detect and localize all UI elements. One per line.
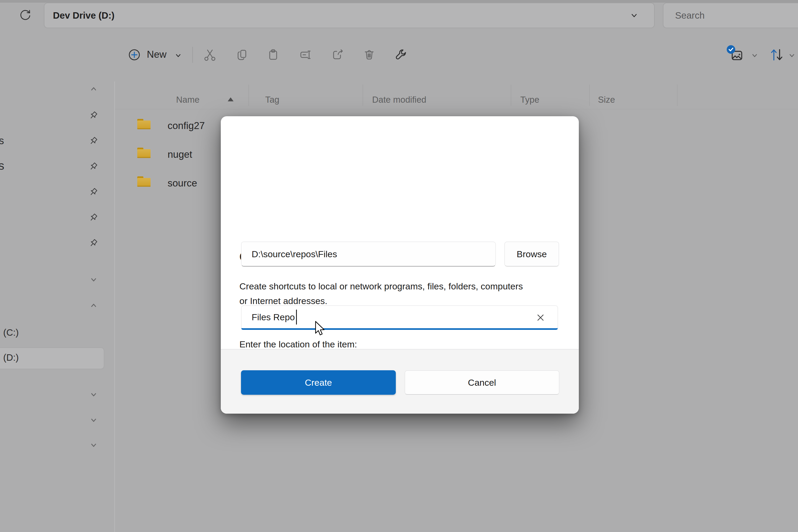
new-button[interactable]: [128, 49, 140, 61]
cancel-button[interactable]: Cancel: [404, 370, 559, 395]
selected-check-badge: [727, 45, 735, 54]
window-top-strip: [0, 0, 798, 3]
column-header-tag[interactable]: Tag: [265, 95, 279, 105]
clipped-sidebar-label[interactable]: s: [0, 159, 4, 172]
search-placeholder: Search: [675, 10, 705, 21]
copy-icon[interactable]: [236, 49, 248, 61]
address-text: Dev Drive (D:): [53, 10, 114, 21]
sort-arrows-icon: [769, 48, 784, 62]
sort-button[interactable]: [769, 48, 784, 62]
cut-icon[interactable]: [203, 49, 216, 61]
create-button[interactable]: Create: [241, 370, 396, 395]
pin-icon[interactable]: [88, 238, 99, 248]
pin-icon[interactable]: [88, 136, 99, 146]
column-divider[interactable]: [511, 84, 511, 106]
new-chevron-down-icon[interactable]: [174, 52, 182, 60]
column-divider[interactable]: [677, 84, 678, 106]
column-divider[interactable]: [363, 84, 363, 106]
plus-circle-icon: [128, 49, 140, 61]
tools-wrench-icon[interactable]: [395, 49, 407, 61]
file-row-name[interactable]: source: [168, 178, 197, 189]
pin-icon[interactable]: [88, 212, 99, 223]
rename-icon[interactable]: [299, 49, 312, 61]
folder-icon: [137, 147, 151, 158]
column-header-name[interactable]: Name: [176, 95, 200, 105]
folder-icon: [137, 175, 151, 187]
create-button-label: Create: [305, 377, 332, 388]
location-input[interactable]: D:\source\repos\Files: [241, 242, 496, 267]
clipped-sidebar-label[interactable]: s: [0, 135, 4, 147]
chevron-down-icon[interactable]: [630, 11, 639, 20]
search-input[interactable]: Search: [663, 3, 798, 28]
folder-icon: [137, 118, 151, 130]
sidebar-section-chevron-down[interactable]: [89, 391, 98, 399]
sidebar-panel-divider: [114, 81, 115, 532]
location-label: Enter the location of the item:: [240, 339, 357, 349]
sidebar-collapse-chevron-up[interactable]: [89, 84, 98, 93]
paste-icon[interactable]: [267, 49, 280, 61]
view-options-button[interactable]: [730, 49, 744, 62]
column-divider[interactable]: [589, 84, 590, 106]
cancel-button-label: Cancel: [468, 377, 496, 388]
column-header-date-modified[interactable]: Date modified: [372, 95, 426, 105]
column-header-size[interactable]: Size: [598, 95, 615, 105]
file-row-name[interactable]: nuget: [168, 149, 192, 160]
browse-button[interactable]: Browse: [504, 242, 559, 267]
header-underline: [115, 109, 798, 109]
item-name-input[interactable]: Files Repo: [241, 305, 558, 330]
pin-icon[interactable]: [88, 161, 99, 172]
create-shortcut-dialog: Create a new shortcut Create shortcuts t…: [221, 116, 579, 414]
sidebar-section-chevron-up[interactable]: [89, 301, 98, 310]
sidebar-section-chevron-down[interactable]: [89, 416, 98, 424]
delete-icon[interactable]: [363, 49, 376, 61]
sidebar-item-drive-d-label: (D:): [3, 352, 19, 363]
share-icon[interactable]: [331, 49, 344, 61]
toolbar-divider: [192, 47, 193, 63]
column-header-type[interactable]: Type: [520, 95, 539, 105]
location-value: D:\source\repos\Files: [252, 249, 337, 259]
new-button-label[interactable]: New: [147, 49, 167, 60]
column-divider[interactable]: [248, 84, 249, 106]
clear-input-icon[interactable]: [535, 312, 546, 323]
refresh-button[interactable]: [19, 9, 32, 22]
sidebar-section-chevron-down[interactable]: [89, 276, 98, 284]
dialog-description: Create shortcuts to local or network pro…: [240, 279, 527, 308]
item-name-value: Files Repo: [252, 312, 295, 322]
files-app-window: Dev Drive (D:) Search New: [0, 0, 798, 532]
file-row-name[interactable]: config27: [168, 120, 205, 131]
browse-button-label: Browse: [517, 249, 547, 259]
mouse-cursor: [315, 321, 326, 336]
sidebar-section-chevron-down[interactable]: [89, 441, 98, 450]
pin-icon[interactable]: [88, 187, 99, 197]
sort-chevron-down-icon[interactable]: [788, 52, 796, 60]
address-bar[interactable]: Dev Drive (D:): [44, 3, 654, 28]
sort-ascending-icon: [228, 97, 233, 101]
sidebar-item-drive-c[interactable]: (C:): [3, 327, 19, 338]
text-caret: [296, 310, 297, 324]
view-chevron-down-icon[interactable]: [750, 52, 759, 60]
pin-icon[interactable]: [88, 110, 99, 121]
